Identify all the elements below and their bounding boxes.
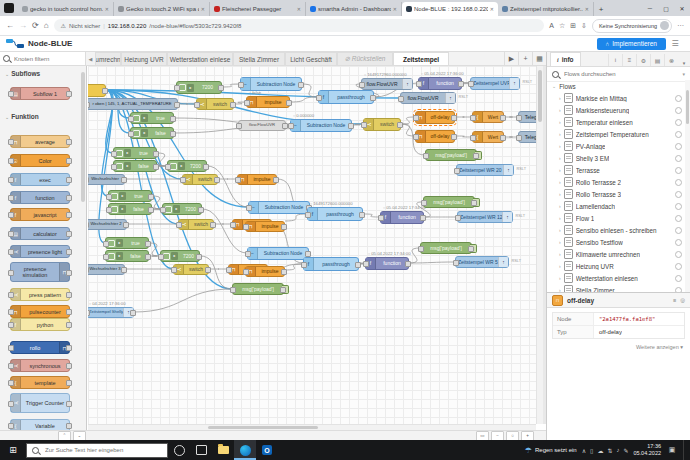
flow-radio[interactable]: [675, 215, 682, 222]
input-port[interactable]: [230, 287, 236, 293]
flow-radio[interactable]: [675, 179, 682, 186]
tab-close-icon[interactable]: ✕: [297, 6, 301, 12]
input-port[interactable]: [288, 123, 294, 129]
flow-node[interactable]: ffunction05.04.2022 17:36:00: [418, 77, 462, 90]
input-port[interactable]: [378, 215, 384, 221]
tray-icon[interactable]: ▯: [590, 447, 593, 454]
input-port[interactable]: [359, 82, 365, 88]
input-port[interactable]: [363, 261, 369, 267]
output-port[interactable]: [355, 262, 361, 268]
flow-radio[interactable]: [675, 203, 682, 210]
palette-node[interactable]: ⊓presence simulation: [10, 262, 70, 282]
input-port[interactable]: [174, 85, 180, 91]
flow-node[interactable]: Zeitstempel Shelly↑04.2022 17:36:00: [88, 307, 134, 318]
tray-icon[interactable]: ∧: [582, 447, 586, 454]
flow-list-button[interactable]: ▦: [532, 52, 546, 65]
flow-radio[interactable]: [675, 95, 682, 102]
flow-node[interactable]: ▸7200: [176, 81, 222, 94]
new-tab-button[interactable]: +: [594, 5, 608, 16]
flow-radio[interactable]: [675, 155, 682, 162]
input-port[interactable]: [238, 82, 244, 88]
input-port[interactable]: [516, 115, 522, 121]
flow-node[interactable]: ⊓off-delay: [415, 111, 455, 124]
flow-node[interactable]: ▸true: [108, 190, 152, 202]
input-port[interactable]: [470, 135, 476, 141]
menu-icon[interactable]: ⋯: [677, 22, 684, 30]
output-port[interactable]: [281, 269, 287, 275]
flow-node[interactable]: ⊓impulse: [245, 266, 285, 277]
flow-node[interactable]: msg['payload']: [232, 283, 284, 295]
flow-node[interactable]: −Subtraction Node0.000000: [290, 119, 352, 132]
flow-node[interactable]: ⊓impulsefalse: [246, 96, 290, 108]
output-port[interactable]: [405, 261, 411, 267]
flow-node[interactable]: −Subtraction Node: [247, 247, 309, 260]
output-port[interactable]: [148, 194, 154, 200]
output-port[interactable]: [153, 164, 159, 170]
flow-tab[interactable]: Licht Geschäft: [285, 52, 337, 65]
tab-close-icon[interactable]: ✕: [105, 6, 109, 12]
flow-node[interactable]: ▸true: [113, 147, 157, 159]
show-desktop-button[interactable]: [683, 440, 687, 460]
navigator-button[interactable]: ▭: [476, 431, 489, 441]
flow-node[interactable]: Telegra: [518, 111, 536, 123]
sidebar-tab-icon[interactable]: ⊗: [664, 54, 678, 66]
flow-node[interactable]: ⊓impulse: [245, 221, 285, 232]
input-port[interactable]: [230, 222, 236, 228]
input-port[interactable]: [128, 131, 134, 137]
forward-icon[interactable]: →: [19, 21, 27, 30]
flow-node[interactable]: flow.FlowUVR↑1649172960.000000: [361, 78, 413, 90]
file-explorer-button[interactable]: [212, 440, 234, 460]
output-port[interactable]: [102, 88, 108, 94]
flow-node[interactable]: msg['payload']: [420, 242, 472, 254]
palette-node[interactable]: YTrigger Counter: [10, 393, 70, 413]
input-port[interactable]: [128, 116, 134, 122]
palette-node[interactable]: ⊓pulsecounter: [10, 305, 70, 318]
browser-tab[interactable]: gecko in touch control hom...✕: [18, 2, 114, 16]
flow-node[interactable]: fpassthrough: [318, 90, 374, 104]
input-port[interactable]: [301, 262, 307, 268]
palette-scrollbar[interactable]: [81, 72, 85, 202]
output-port[interactable]: [121, 267, 127, 273]
flow-node[interactable]: fpassthrough: [303, 257, 359, 271]
output-port[interactable]: [205, 267, 211, 273]
input-port[interactable]: [160, 207, 166, 213]
flow-radio[interactable]: [675, 263, 682, 270]
start-button[interactable]: ⊞: [0, 445, 26, 455]
input-port[interactable]: [416, 81, 422, 87]
flow-node[interactable]: Yswitch: [196, 98, 234, 110]
output-port[interactable]: [281, 224, 287, 230]
flow-node[interactable]: ▸false: [108, 203, 152, 215]
tree-flow-item[interactable]: ›Sensibo Testflow: [547, 236, 690, 248]
output-port[interactable]: [148, 207, 154, 213]
tab-close-icon[interactable]: ✕: [393, 6, 397, 12]
flow-node[interactable]: ▸7200: [167, 160, 207, 172]
palette-node[interactable]: Ysynchronous: [10, 359, 70, 372]
flow-node[interactable]: ▸true: [105, 237, 149, 249]
browser-tab[interactable]: smartha Admin - Dashboard✕: [306, 2, 402, 16]
tree-flow-item[interactable]: ›Heizung UVR: [547, 260, 690, 272]
zoom-out-button[interactable]: −: [491, 431, 504, 441]
input-port[interactable]: [243, 224, 249, 230]
flow-node[interactable]: Yswitch: [363, 118, 401, 131]
window-icon[interactable]: [4, 3, 14, 13]
flow-radio[interactable]: [675, 119, 682, 126]
flow-node[interactable]: ▸7200: [162, 203, 202, 215]
browser-tab[interactable]: Fleischerei Passegger✕: [210, 2, 306, 16]
output-port[interactable]: [298, 82, 304, 88]
tree-flow-item[interactable]: ›Markise ein Mittag: [547, 92, 690, 104]
flow-node[interactable]: Zeitstempel WR 20↑RSLT: [456, 164, 514, 176]
output-port[interactable]: [500, 135, 506, 141]
palette-down-button[interactable]: ⌄: [73, 431, 86, 441]
flow-node[interactable]: −Subtraction Node: [248, 201, 310, 214]
input-port[interactable]: [236, 123, 242, 129]
palette-node[interactable]: {template: [10, 376, 70, 389]
tree-flow-item[interactable]: ›Terrasse: [547, 164, 690, 176]
flow-node[interactable]: flow.FlowUVR↑RSLT: [400, 92, 456, 104]
tree-flow-item[interactable]: ›Zeitstempel Temperaturen: [547, 128, 690, 140]
flow-node[interactable]: −Subtraction Node: [240, 77, 302, 91]
back-icon[interactable]: ←: [6, 21, 14, 30]
input-port[interactable]: [413, 134, 419, 140]
minimize-button[interactable]: ─: [642, 5, 658, 11]
tabs-scroll-left[interactable]: ◀: [86, 56, 95, 65]
palette-up-button[interactable]: ⌃: [58, 431, 71, 441]
